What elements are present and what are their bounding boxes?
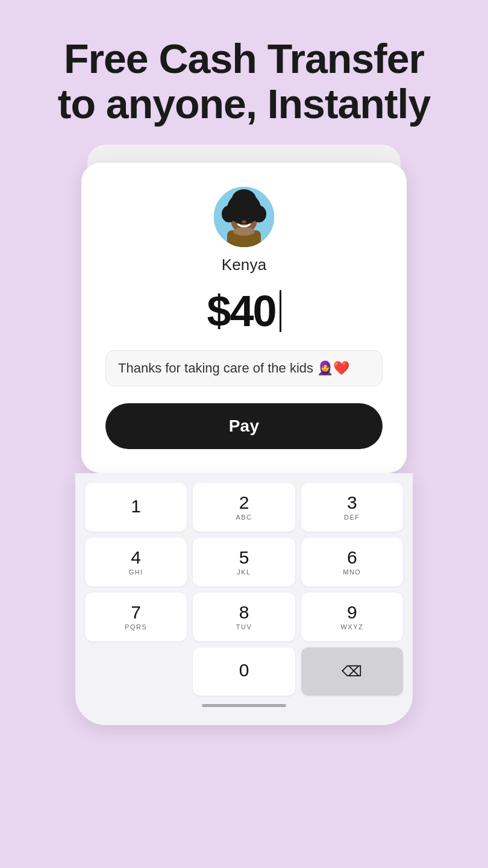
svg-point-12 [242, 220, 246, 223]
recipient-name: Kenya [222, 256, 267, 274]
key-2[interactable]: 2 ABC [193, 483, 295, 532]
svg-point-11 [246, 216, 250, 220]
key-4[interactable]: 4 GHI [85, 538, 187, 587]
key-7[interactable]: 7 PQRS [85, 593, 187, 641]
key-9[interactable]: 9 WXYZ [301, 593, 403, 641]
amount-text: $40 [207, 286, 275, 336]
key-5[interactable]: 5 JKL [193, 538, 295, 587]
key-8[interactable]: 8 TUV [193, 593, 295, 641]
phone-bottom: 1 2 ABC 3 DEF 4 GHI 5 JKL 6 MNO [75, 473, 413, 725]
keypad: 1 2 ABC 3 DEF 4 GHI 5 JKL 6 MNO [85, 483, 403, 696]
pay-button[interactable]: Pay [105, 403, 383, 449]
headline-line2: to anyone, Instantly [58, 81, 431, 127]
svg-point-9 [232, 189, 256, 209]
amount-row: $40 [207, 286, 281, 336]
key-empty [85, 647, 187, 696]
headline: Free Cash Transfer to anyone, Instantly [34, 36, 455, 127]
svg-point-10 [238, 216, 242, 220]
payment-card: Kenya $40 Pay [81, 163, 407, 473]
phone-container: Kenya $40 Pay 1 2 ABC 3 DEF 4 [75, 163, 413, 725]
svg-point-5 [233, 227, 255, 236]
headline-line1: Free Cash Transfer [64, 36, 424, 81]
key-delete[interactable]: ⌫ [301, 647, 403, 696]
svg-point-7 [222, 206, 236, 222]
note-input[interactable] [105, 350, 383, 386]
text-cursor [280, 290, 281, 332]
key-6[interactable]: 6 MNO [301, 538, 403, 587]
avatar [214, 187, 274, 247]
key-3[interactable]: 3 DEF [301, 483, 403, 532]
home-indicator [202, 704, 286, 707]
svg-point-8 [252, 206, 266, 222]
key-0[interactable]: 0 [193, 647, 295, 696]
key-1[interactable]: 1 [85, 483, 187, 532]
